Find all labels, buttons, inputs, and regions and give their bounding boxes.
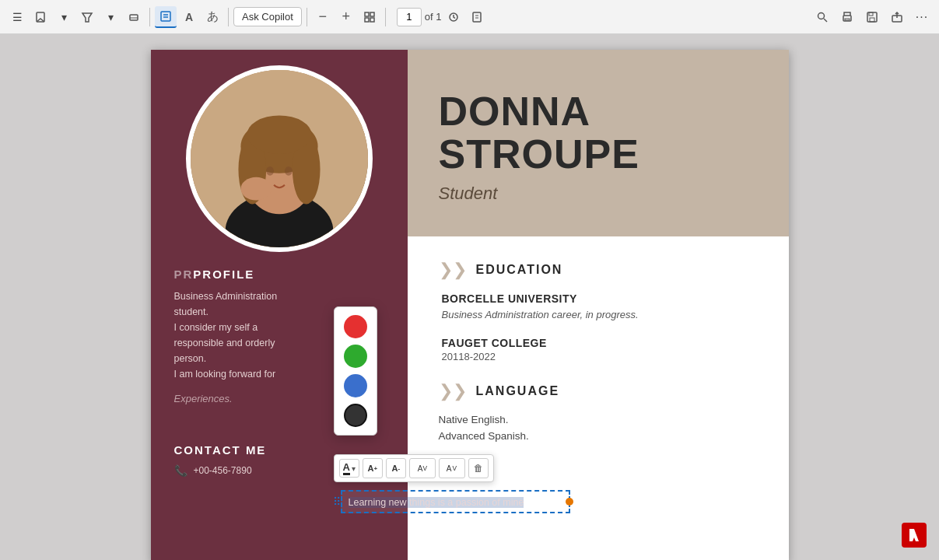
menu-btn[interactable]: ☰ bbox=[6, 6, 28, 28]
text-select-btn[interactable] bbox=[155, 6, 177, 28]
language-header: ❯❯ LANGUAGE bbox=[439, 381, 758, 401]
header-area: DONNA STROUPE Student bbox=[408, 50, 789, 236]
edu-entry-1: BORCELLE UNIVERSITY Business Administrat… bbox=[439, 292, 758, 323]
save-btn[interactable] bbox=[861, 6, 883, 28]
main-toolbar: ☰ ▾ ▾ A あ Ask Copilot − + of 1 bbox=[0, 0, 939, 34]
edu-entry-2: FAUGET COLLEGE 20118-2022 bbox=[439, 337, 758, 362]
education-arrow-icon: ❯❯ bbox=[439, 260, 467, 280]
share-page-btn[interactable] bbox=[466, 6, 488, 28]
svg-point-34 bbox=[284, 166, 292, 176]
job-title: Student bbox=[439, 184, 758, 204]
text-format-toolbar: A ▾ A+ A- AV AV 🗑 bbox=[334, 454, 494, 482]
divider-3 bbox=[307, 8, 307, 26]
main-area: PRPROFILE Business Administration studen… bbox=[0, 34, 939, 560]
translate-btn[interactable]: あ bbox=[201, 6, 223, 28]
svg-rect-7 bbox=[365, 12, 369, 16]
svg-marker-1 bbox=[82, 13, 92, 22]
profile-photo bbox=[186, 65, 373, 252]
svg-rect-12 bbox=[473, 12, 481, 22]
kern-increase-btn[interactable]: AV bbox=[439, 458, 465, 478]
resume-name: DONNA STROUPE bbox=[439, 90, 758, 175]
divider-4 bbox=[385, 8, 386, 26]
page-total-label: of 1 bbox=[425, 11, 442, 23]
selected-text-box[interactable]: ⠿ Learning new things is a passion of mi… bbox=[341, 490, 570, 513]
bookmark-btn[interactable] bbox=[30, 6, 51, 28]
delete-text-btn[interactable]: 🗑 bbox=[468, 458, 489, 478]
filter-btn[interactable] bbox=[76, 6, 98, 28]
phone-icon: 📞 bbox=[174, 464, 187, 477]
filter-dropdown-btn[interactable]: ▾ bbox=[100, 6, 121, 28]
svg-rect-4 bbox=[161, 12, 170, 21]
color-picker-popup bbox=[334, 306, 377, 436]
drag-handle[interactable]: ⠿ bbox=[333, 495, 341, 508]
bookmark-dropdown-btn[interactable]: ▾ bbox=[53, 6, 75, 28]
divider-2 bbox=[228, 8, 229, 26]
divider-1 bbox=[149, 8, 150, 26]
search-btn[interactable] bbox=[811, 6, 833, 28]
selected-text-content: Learning new things is a passion of mine bbox=[349, 497, 524, 508]
kern-decrease-btn[interactable]: AV bbox=[409, 458, 436, 478]
toolbar-right: ··· bbox=[811, 6, 933, 28]
font-size-up-btn[interactable]: A+ bbox=[363, 458, 383, 478]
eraser-btn[interactable] bbox=[123, 6, 145, 28]
history-btn[interactable] bbox=[443, 6, 464, 28]
color-red[interactable] bbox=[344, 315, 367, 338]
export-btn[interactable] bbox=[886, 6, 908, 28]
language-section: ❯❯ LANGUAGE Native English. Advanced Spa… bbox=[439, 381, 758, 442]
print-btn[interactable] bbox=[836, 6, 858, 28]
svg-point-35 bbox=[240, 177, 272, 201]
language-label: LANGUAGE bbox=[476, 384, 560, 398]
color-green[interactable] bbox=[344, 345, 367, 368]
profile-photo-placeholder bbox=[191, 70, 368, 247]
svg-point-32 bbox=[247, 115, 311, 154]
edu-date-2: 20118-2022 bbox=[442, 351, 758, 362]
color-black[interactable] bbox=[344, 404, 367, 427]
view-btn[interactable] bbox=[359, 6, 380, 28]
left-panel: PRPROFILE Business Administration studen… bbox=[151, 50, 408, 560]
page-number-input[interactable] bbox=[397, 8, 422, 26]
svg-point-33 bbox=[266, 166, 274, 176]
svg-rect-10 bbox=[370, 18, 374, 22]
more-btn[interactable]: ··· bbox=[911, 6, 933, 28]
zoom-in-btn[interactable]: + bbox=[335, 6, 357, 28]
svg-line-16 bbox=[824, 19, 827, 22]
font-size-down-btn[interactable]: A- bbox=[386, 458, 406, 478]
svg-rect-9 bbox=[365, 18, 369, 22]
font-color-btn[interactable]: A ▾ bbox=[339, 459, 359, 478]
page-nav: of 1 bbox=[397, 8, 442, 26]
edu-school-2: FAUGET COLLEGE bbox=[442, 337, 758, 349]
pdf-page: PRPROFILE Business Administration studen… bbox=[151, 50, 789, 560]
lang-item-2: Advanced Spanish. bbox=[439, 430, 758, 442]
lang-item-1: Native English. bbox=[439, 414, 758, 425]
svg-rect-8 bbox=[370, 12, 374, 16]
adobe-icon[interactable] bbox=[902, 523, 927, 548]
svg-point-15 bbox=[818, 12, 825, 19]
font-btn[interactable]: A bbox=[178, 6, 200, 28]
edu-school-1: BORCELLE UNIVERSITY bbox=[442, 292, 758, 305]
toolbar-tools-group: ☰ ▾ ▾ A あ Ask Copilot − + of 1 bbox=[6, 6, 488, 28]
color-blue[interactable] bbox=[344, 374, 367, 397]
education-label: EDUCATION bbox=[476, 263, 563, 277]
education-header: ❯❯ EDUCATION bbox=[439, 260, 758, 280]
right-panel: DONNA STROUPE Student ❯❯ EDUCATION BORCE… bbox=[408, 50, 789, 560]
language-arrow-icon: ❯❯ bbox=[439, 381, 467, 401]
zoom-out-btn[interactable]: − bbox=[312, 6, 334, 28]
resize-handle[interactable] bbox=[566, 498, 573, 506]
ask-copilot-btn[interactable]: Ask Copilot bbox=[233, 7, 302, 26]
profile-section-title: PRPROFILE bbox=[174, 268, 384, 281]
edu-detail-1: Business Administration career, in progr… bbox=[442, 307, 758, 323]
svg-rect-18 bbox=[845, 19, 850, 20]
